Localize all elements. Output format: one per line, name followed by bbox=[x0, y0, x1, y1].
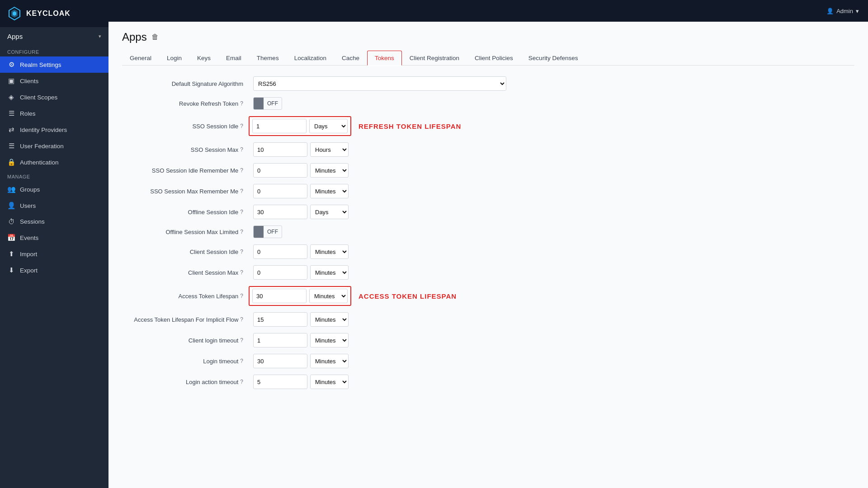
page-title: Apps bbox=[122, 31, 147, 43]
sso-session-max-remember-me-control: Minutes Hours Days Seconds bbox=[253, 184, 529, 198]
sidebar-item-export[interactable]: ⬇ Export bbox=[0, 262, 108, 278]
sidebar-item-label: Realm Settings bbox=[20, 61, 61, 68]
realm-chevron-icon: ▾ bbox=[99, 33, 101, 39]
sidebar-item-events[interactable]: 📅 Events bbox=[0, 230, 108, 246]
login-action-timeout-row: Login action timeout ? Minutes Hours Day… bbox=[122, 375, 529, 389]
revoke-refresh-token-toggle[interactable]: OFF bbox=[253, 97, 282, 110]
client-session-idle-input[interactable] bbox=[253, 244, 307, 259]
revoke-refresh-token-label: Revoke Refresh Token ? bbox=[122, 100, 249, 107]
client-login-timeout-input[interactable] bbox=[253, 333, 307, 347]
offline-session-idle-unit-select[interactable]: Days Hours Minutes Seconds bbox=[310, 205, 349, 219]
realm-label: Apps bbox=[7, 33, 23, 40]
login-action-timeout-help-icon[interactable]: ? bbox=[240, 379, 243, 385]
login-timeout-row: Login timeout ? Minutes Hours Days Secon… bbox=[122, 354, 529, 368]
sso-session-max-input[interactable] bbox=[253, 142, 307, 157]
tab-cache[interactable]: Cache bbox=[334, 51, 367, 66]
login-action-timeout-control: Minutes Hours Days Seconds bbox=[253, 375, 529, 389]
offline-session-idle-label: Offline Session Idle ? bbox=[122, 209, 249, 216]
realm-selector[interactable]: Apps ▾ bbox=[0, 27, 108, 46]
tab-themes[interactable]: Themes bbox=[249, 51, 287, 66]
sidebar-item-roles[interactable]: ☰ Roles bbox=[0, 105, 108, 122]
sidebar-item-realm-settings[interactable]: ⚙ Realm Settings bbox=[0, 56, 108, 73]
import-icon: ⬆ bbox=[7, 250, 15, 258]
access-token-lifespan-unit-select[interactable]: Minutes Hours Days Seconds bbox=[309, 289, 348, 303]
sidebar-item-users[interactable]: 👤 Users bbox=[0, 197, 108, 214]
sso-session-idle-unit-select[interactable]: Days Hours Minutes Seconds bbox=[309, 119, 348, 133]
client-scopes-icon: ◈ bbox=[7, 93, 15, 101]
tab-general[interactable]: General bbox=[122, 51, 159, 66]
sso-session-idle-rm-help-icon[interactable]: ? bbox=[240, 167, 243, 174]
tab-login[interactable]: Login bbox=[159, 51, 189, 66]
tab-keys[interactable]: Keys bbox=[189, 51, 218, 66]
sso-session-idle-remember-me-input[interactable] bbox=[253, 163, 307, 178]
sso-session-idle-remember-me-control: Minutes Hours Days Seconds bbox=[253, 163, 529, 178]
sso-session-max-remember-me-label: SSO Session Max Remember Me ? bbox=[122, 188, 249, 195]
access-token-lifespan-input[interactable] bbox=[252, 289, 307, 303]
tabs-bar: General Login Keys Email Themes Localiza… bbox=[122, 51, 854, 66]
sidebar-item-groups[interactable]: 👥 Groups bbox=[0, 181, 108, 197]
groups-icon: 👥 bbox=[7, 185, 15, 193]
realm-settings-icon: ⚙ bbox=[7, 61, 15, 69]
admin-menu[interactable]: 👤 Admin ▾ bbox=[826, 8, 859, 14]
sidebar-item-user-federation[interactable]: ☰ User Federation bbox=[0, 138, 108, 154]
sidebar-item-import[interactable]: ⬆ Import bbox=[0, 246, 108, 262]
client-session-max-unit-select[interactable]: Minutes Hours Days Seconds bbox=[310, 265, 349, 280]
login-action-timeout-input[interactable] bbox=[253, 375, 307, 389]
offline-session-idle-help-icon[interactable]: ? bbox=[240, 209, 243, 215]
access-token-lifespan-label: Access Token Lifespan ? bbox=[122, 293, 249, 300]
access-token-lifespan-implicit-input[interactable] bbox=[253, 312, 307, 327]
sidebar: KEYCLOAK Apps ▾ Configure ⚙ Realm Settin… bbox=[0, 0, 108, 488]
sidebar-item-authentication[interactable]: 🔒 Authentication bbox=[0, 154, 108, 170]
client-session-max-help-icon[interactable]: ? bbox=[240, 269, 243, 276]
login-timeout-unit-select[interactable]: Minutes Hours Days Seconds bbox=[310, 354, 349, 368]
tab-security-defenses[interactable]: Security Defenses bbox=[521, 51, 586, 66]
sidebar-item-label: Groups bbox=[20, 186, 40, 193]
sidebar-item-identity-providers[interactable]: ⇄ Identity Providers bbox=[0, 122, 108, 138]
sso-session-max-rm-help-icon[interactable]: ? bbox=[240, 188, 243, 194]
login-action-timeout-unit-select[interactable]: Minutes Hours Days Seconds bbox=[310, 375, 349, 389]
sso-session-idle-remember-me-label: SSO Session Idle Remember Me ? bbox=[122, 167, 249, 174]
sso-session-max-row: SSO Session Max ? Hours Days Minutes Sec… bbox=[122, 142, 529, 157]
offline-session-idle-row: Offline Session Idle ? Days Hours Minute… bbox=[122, 205, 529, 219]
sso-session-idle-input[interactable] bbox=[252, 119, 307, 133]
app-name: KEYCLOAK bbox=[26, 9, 71, 18]
sidebar-item-sessions[interactable]: ⏱ Sessions bbox=[0, 214, 108, 230]
offline-session-max-limited-toggle[interactable]: OFF bbox=[253, 225, 282, 238]
sso-session-max-help-icon[interactable]: ? bbox=[240, 146, 243, 153]
revoke-refresh-help-icon[interactable]: ? bbox=[240, 100, 243, 107]
sso-session-max-label: SSO Session Max ? bbox=[122, 146, 249, 153]
delete-realm-button[interactable]: 🗑 bbox=[151, 33, 159, 41]
client-session-max-input[interactable] bbox=[253, 265, 307, 280]
login-timeout-input[interactable] bbox=[253, 354, 307, 368]
admin-chevron-icon: ▾ bbox=[856, 8, 859, 14]
sidebar-item-label: Export bbox=[20, 267, 38, 274]
access-token-lifespan-implicit-help-icon[interactable]: ? bbox=[240, 316, 243, 323]
sso-session-max-remember-me-unit-select[interactable]: Minutes Hours Days Seconds bbox=[310, 184, 349, 198]
sidebar-item-client-scopes[interactable]: ◈ Client Scopes bbox=[0, 89, 108, 105]
client-session-idle-unit-select[interactable]: Minutes Hours Days Seconds bbox=[310, 244, 349, 259]
client-login-timeout-help-icon[interactable]: ? bbox=[240, 337, 243, 343]
toggle-indicator bbox=[254, 98, 264, 109]
tab-email[interactable]: Email bbox=[218, 51, 249, 66]
tab-localization[interactable]: Localization bbox=[287, 51, 334, 66]
client-login-timeout-unit-select[interactable]: Minutes Hours Days Seconds bbox=[310, 333, 349, 347]
access-token-lifespan-implicit-unit-select[interactable]: Minutes Hours Days Seconds bbox=[310, 312, 349, 327]
client-session-idle-help-icon[interactable]: ? bbox=[240, 249, 243, 255]
sso-session-idle-remember-me-unit-select[interactable]: Minutes Hours Days Seconds bbox=[310, 163, 349, 178]
access-token-lifespan-help-icon[interactable]: ? bbox=[240, 293, 243, 299]
sso-session-max-remember-me-input[interactable] bbox=[253, 184, 307, 198]
client-login-timeout-row: Client login timeout ? Minutes Hours Day… bbox=[122, 333, 529, 347]
sso-session-max-unit-select[interactable]: Hours Days Minutes Seconds bbox=[310, 142, 349, 157]
sidebar-item-clients[interactable]: ▣ Clients bbox=[0, 73, 108, 89]
login-timeout-help-icon[interactable]: ? bbox=[240, 358, 243, 364]
sso-session-idle-help-icon[interactable]: ? bbox=[240, 123, 243, 129]
tab-tokens[interactable]: Tokens bbox=[367, 51, 402, 66]
tab-client-registration[interactable]: Client Registration bbox=[402, 51, 467, 66]
tab-client-policies[interactable]: Client Policies bbox=[467, 51, 521, 66]
user-federation-icon: ☰ bbox=[7, 142, 15, 150]
sidebar-item-label: Identity Providers bbox=[20, 127, 67, 133]
offline-session-idle-input[interactable] bbox=[253, 205, 307, 219]
offline-session-max-limited-help-icon[interactable]: ? bbox=[240, 229, 243, 235]
default-sig-algorithm-label: Default Signature Algorithm bbox=[122, 80, 249, 87]
default-sig-algorithm-select[interactable]: RS256 RS384 RS512 HS256 ES256 bbox=[253, 76, 506, 91]
